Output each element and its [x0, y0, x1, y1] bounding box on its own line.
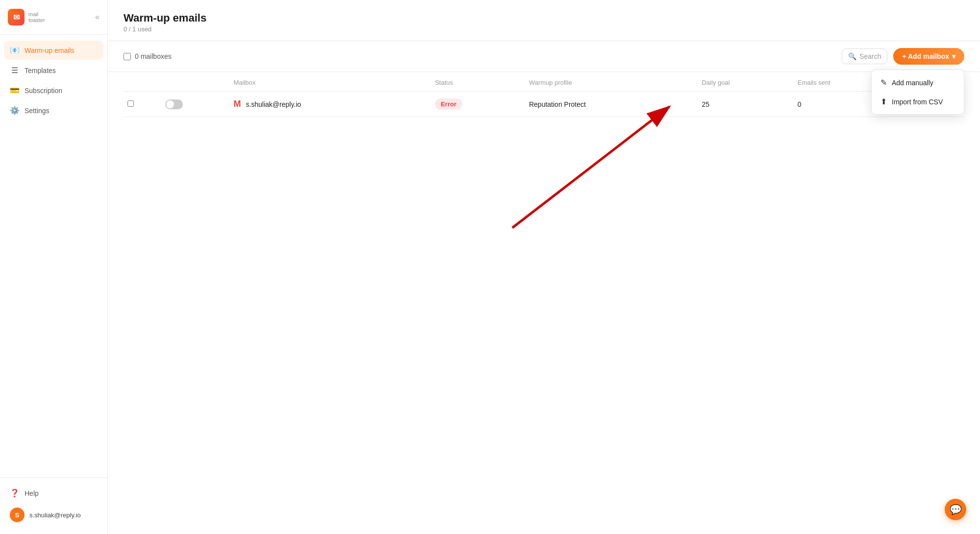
add-manually-label: Add manually — [892, 79, 933, 87]
row-status-cell: Error — [431, 92, 525, 117]
import-csv-icon: ⬆ — [880, 97, 887, 106]
col-mailbox: Mailbox — [229, 72, 431, 92]
mailboxes-count: 0 mailboxes — [135, 52, 172, 60]
settings-icon: ⚙️ — [10, 106, 20, 115]
help-icon: ❓ — [10, 488, 20, 498]
table-header: Mailbox Status Warmup profile Daily goal… — [124, 72, 964, 92]
sidebar-nav: 📧 Warm-up emails ☰ Templates 💳 Subscript… — [0, 35, 107, 477]
mailbox-address: s.shuliak@reply.io — [246, 100, 301, 108]
select-all-label[interactable]: 0 mailboxes — [124, 52, 172, 60]
sidebar-item-label: Templates — [25, 67, 56, 74]
toolbar: 0 mailboxes 🔍 Search + Add mailbox ▾ ✎ A… — [108, 41, 980, 72]
col-status: Status — [431, 72, 525, 92]
table-body: M s.shuliak@reply.io Error Reputation Pr… — [124, 92, 964, 117]
sidebar: ✉ mail toaster « 📧 Warm-up emails ☰ Temp… — [0, 0, 108, 534]
sidebar-item-label: Subscription — [25, 87, 62, 95]
row-daily-goal-cell: 25 — [698, 92, 793, 117]
status-badge: Error — [435, 98, 462, 110]
mailboxes-table: Mailbox Status Warmup profile Daily goal… — [124, 72, 964, 117]
sidebar-item-warmup-emails[interactable]: 📧 Warm-up emails — [4, 41, 103, 60]
row-toggle[interactable] — [165, 99, 183, 109]
warmup-profile-value: Reputation Protect — [529, 100, 586, 108]
add-mailbox-dropdown: + Add mailbox ▾ ✎ Add manually ⬆ Import … — [893, 48, 964, 65]
col-toggle — [161, 72, 229, 92]
logo-text: mail toaster — [28, 11, 45, 23]
help-item[interactable]: ❓ Help — [4, 484, 103, 503]
sidebar-item-label: Settings — [25, 107, 50, 115]
table-area: Mailbox Status Warmup profile Daily goal… — [108, 72, 980, 534]
sidebar-item-label: Warm-up emails — [25, 47, 74, 54]
toolbar-right: 🔍 Search + Add mailbox ▾ ✎ Add manually … — [842, 48, 964, 65]
row-toggle-cell[interactable] — [161, 92, 229, 117]
subscription-icon: 💳 — [10, 86, 20, 95]
import-csv-item[interactable]: ⬆ Import from CSV — [875, 92, 961, 111]
logo-inner: ✉ mail toaster — [8, 9, 45, 25]
user-email: s.shuliak@reply.io — [29, 511, 81, 519]
col-daily-goal: Daily goal — [698, 72, 793, 92]
row-warmup-profile-cell: Reputation Protect — [525, 92, 698, 117]
daily-goal-value: 25 — [702, 100, 709, 108]
chevron-down-icon: ▾ — [952, 52, 955, 60]
help-label: Help — [25, 489, 39, 497]
main-content: Warm-up emails 0 / 1 used 0 mailboxes 🔍 … — [108, 0, 980, 534]
add-mailbox-dropdown-menu: ✎ Add manually ⬆ Import from CSV — [871, 70, 964, 115]
chat-widget[interactable]: 💬 — [945, 499, 966, 520]
table-row: M s.shuliak@reply.io Error Reputation Pr… — [124, 92, 964, 117]
sidebar-item-settings[interactable]: ⚙️ Settings — [4, 101, 103, 120]
toggle-knob — [166, 100, 174, 108]
user-row[interactable]: S s.shuliak@reply.io — [4, 504, 103, 526]
sidebar-footer: ❓ Help S s.shuliak@reply.io — [0, 477, 107, 534]
main-header: Warm-up emails 0 / 1 used — [108, 0, 980, 41]
search-icon: 🔍 — [848, 52, 856, 60]
page-title: Warm-up emails — [124, 12, 964, 24]
mailbox-cell: M s.shuliak@reply.io — [233, 99, 427, 109]
templates-icon: ☰ — [10, 66, 20, 75]
import-csv-label: Import from CSV — [892, 98, 943, 106]
row-mailbox-cell: M s.shuliak@reply.io — [229, 92, 431, 117]
gmail-icon: M — [233, 99, 241, 109]
emails-sent-value: 0 — [798, 100, 802, 108]
add-mailbox-button[interactable]: + Add mailbox ▾ — [893, 48, 964, 65]
row-checkbox-cell[interactable] — [124, 92, 161, 117]
page-subtitle: 0 / 1 used — [124, 25, 964, 33]
logo-icon: ✉ — [8, 9, 25, 25]
collapse-button[interactable]: « — [95, 13, 100, 22]
add-manually-item[interactable]: ✎ Add manually — [875, 73, 961, 92]
add-mailbox-label: + Add mailbox — [902, 52, 949, 60]
app-name: mail — [28, 11, 45, 17]
add-manually-icon: ✎ — [880, 78, 887, 87]
warmup-emails-icon: 📧 — [10, 46, 20, 55]
app-name2: toaster — [28, 17, 45, 23]
col-warmup-profile: Warmup profile — [525, 72, 698, 92]
search-placeholder: Search — [859, 52, 881, 60]
sidebar-item-templates[interactable]: ☰ Templates — [4, 61, 103, 80]
search-box[interactable]: 🔍 Search — [842, 49, 887, 64]
col-checkbox — [124, 72, 161, 92]
row-checkbox[interactable] — [127, 100, 134, 107]
select-all-checkbox[interactable] — [124, 53, 131, 60]
sidebar-logo: ✉ mail toaster « — [0, 0, 107, 35]
avatar: S — [10, 508, 25, 522]
sidebar-item-subscription[interactable]: 💳 Subscription — [4, 81, 103, 100]
